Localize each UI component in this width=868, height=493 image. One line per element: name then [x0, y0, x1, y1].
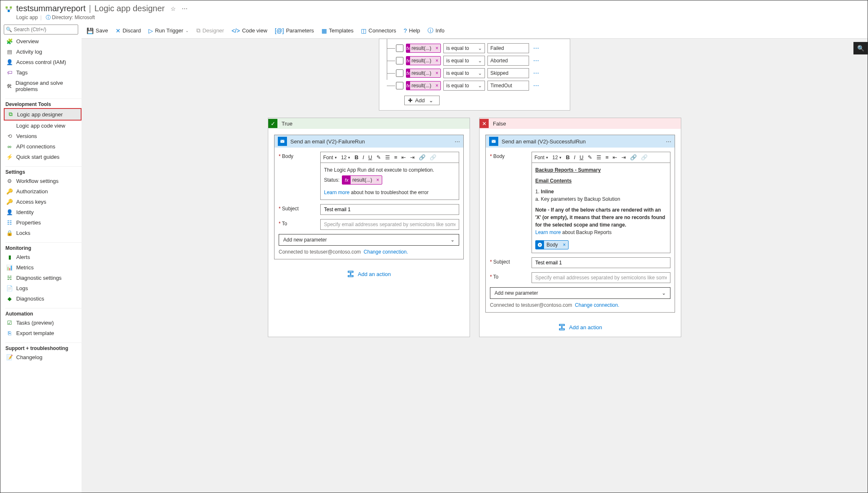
sidebar-item[interactable]: 📄Logs — [4, 283, 82, 293]
add-action-button[interactable]: Add an action — [274, 270, 464, 278]
token-remove-icon[interactable]: × — [433, 58, 441, 64]
token-remove-icon[interactable]: × — [560, 241, 568, 249]
expression-token[interactable]: fxresult(...)× — [406, 56, 441, 65]
italic-icon[interactable]: I — [363, 154, 364, 160]
sidebar-item[interactable]: Logic app code view — [4, 121, 82, 131]
expression-token[interactable]: fxresult(...)× — [406, 81, 441, 90]
favorite-star-icon[interactable]: ☆ — [171, 5, 176, 12]
run-trigger-button[interactable]: ▷Run Trigger⌄ — [148, 27, 189, 34]
sidebar-item[interactable]: 🔑Access keys — [4, 197, 82, 207]
sidebar-item[interactable]: ⎘Export template — [4, 328, 82, 338]
codeview-button[interactable]: </>Code view — [232, 27, 267, 34]
token-remove-icon[interactable]: × — [433, 45, 441, 51]
sidebar-item[interactable]: ▤Activity log — [4, 47, 82, 57]
underline-icon[interactable]: U — [579, 154, 583, 160]
sidebar-item[interactable]: ☑Tasks (preview) — [4, 318, 82, 328]
row-more-icon[interactable]: ⋯ — [532, 70, 541, 76]
bold-icon[interactable]: B — [566, 154, 569, 160]
font-select[interactable]: Font — [323, 155, 337, 160]
change-connection-link[interactable]: Change connection. — [575, 302, 619, 308]
sidebar-item[interactable]: 🔒Locks — [4, 228, 82, 238]
learn-more-link[interactable]: Learn more — [324, 190, 349, 195]
sidebar-item[interactable]: 🧩Overview — [4, 36, 82, 47]
size-select[interactable]: 12 — [341, 155, 350, 160]
indent-icon[interactable]: ⇥ — [621, 154, 626, 160]
connectors-button[interactable]: ◫Connectors — [361, 27, 396, 34]
row-checkbox[interactable] — [396, 82, 403, 89]
sidebar-item[interactable]: 🔑Authorization — [4, 186, 82, 197]
expression-token[interactable]: fxresult(...)× — [406, 69, 441, 78]
numbers-icon[interactable]: ≡ — [606, 154, 609, 160]
bold-icon[interactable]: B — [354, 154, 358, 160]
outdent-icon[interactable]: ⇤ — [613, 154, 617, 160]
sidebar-item[interactable]: 👤Access control (IAM) — [4, 57, 82, 67]
sidebar-item[interactable]: ⚡Quick start guides — [4, 152, 82, 162]
bullets-icon[interactable]: ☰ — [385, 154, 390, 160]
link-icon[interactable]: 🔗 — [630, 154, 637, 160]
to-input[interactable] — [320, 219, 459, 230]
row-checkbox[interactable] — [396, 69, 403, 77]
link-icon[interactable]: 🔗 — [419, 154, 425, 160]
add-action-button[interactable]: Add an action — [485, 323, 675, 331]
font-select[interactable]: Font — [534, 155, 548, 160]
rte-toolbar[interactable]: Font 12 B I U ✎ ☰ ≡ — [532, 152, 670, 163]
value-input[interactable]: Failed — [487, 43, 529, 53]
underline-icon[interactable]: U — [368, 154, 372, 160]
header-more-icon[interactable]: ⋯ — [182, 5, 188, 12]
change-connection-link[interactable]: Change connection. — [364, 249, 408, 255]
operator-select[interactable]: is equal to — [443, 68, 485, 78]
sidebar-item[interactable]: ⧉Logic app designer — [4, 108, 82, 121]
action-more-icon[interactable]: ⋯ — [666, 138, 671, 145]
search-input[interactable]: 🔍 — [4, 25, 78, 35]
sidebar-item[interactable]: ▮Alerts — [4, 252, 82, 262]
sidebar-item[interactable]: ☵Diagnostic settings — [4, 273, 82, 283]
save-button[interactable]: 💾Save — [87, 27, 108, 34]
row-checkbox[interactable] — [396, 44, 403, 52]
bullets-icon[interactable]: ☰ — [596, 154, 601, 160]
subject-input[interactable] — [532, 257, 670, 268]
sidebar-item[interactable]: ∞API connections — [4, 141, 82, 152]
sidebar-item[interactable]: 📊Metrics — [4, 262, 82, 273]
numbers-icon[interactable]: ≡ — [394, 154, 398, 160]
info-button[interactable]: ⓘInfo — [428, 27, 445, 35]
add-parameter-dropdown[interactable]: Add new parameter⌄ — [279, 234, 459, 246]
zoom-button[interactable]: 🔍 — [853, 42, 868, 54]
rte-body[interactable]: The Logic App Run did not execute to com… — [320, 163, 459, 200]
operator-select[interactable]: is equal to — [443, 43, 485, 53]
templates-button[interactable]: ▦Templates — [321, 27, 354, 34]
value-input[interactable]: TimedOut — [487, 81, 529, 91]
sidebar-item[interactable]: ⚙Workflow settings — [4, 176, 82, 186]
action-more-icon[interactable]: ⋯ — [455, 138, 460, 145]
highlight-icon[interactable]: ✎ — [588, 154, 592, 160]
operator-select[interactable]: is equal to — [443, 56, 485, 66]
add-parameter-dropdown[interactable]: Add new parameter⌄ — [490, 287, 670, 299]
add-condition-button[interactable]: ✚Add — [404, 96, 440, 105]
sidebar-item[interactable]: 🏷Tags — [4, 67, 82, 78]
size-select[interactable]: 12 — [552, 155, 561, 160]
sidebar-item[interactable]: ⟲Versions — [4, 131, 82, 141]
token-remove-icon[interactable]: × — [374, 176, 382, 184]
token-remove-icon[interactable]: × — [433, 83, 441, 89]
unlink-icon[interactable]: 🔗 — [430, 154, 436, 160]
subject-input[interactable] — [320, 204, 459, 215]
value-input[interactable]: Aborted — [487, 56, 529, 66]
rte-toolbar[interactable]: Font 12 B I U ✎ ☰ ≡ — [320, 152, 459, 163]
sidebar-item[interactable]: 👤Identity — [4, 207, 82, 217]
parameters-button[interactable]: [@]Parameters — [275, 27, 314, 34]
help-button[interactable]: ?Help — [404, 27, 420, 34]
to-input[interactable] — [532, 272, 670, 283]
operator-select[interactable]: is equal to — [443, 81, 485, 91]
value-input[interactable]: Skipped — [487, 68, 529, 78]
unlink-icon[interactable]: 🔗 — [641, 154, 648, 160]
designer-button[interactable]: ⧉Designer — [196, 27, 224, 34]
rte-body[interactable]: Backup Reports - Summary Email Contents … — [532, 163, 670, 253]
row-more-icon[interactable]: ⋯ — [532, 82, 541, 89]
discard-button[interactable]: ✕Discard — [116, 27, 141, 34]
italic-icon[interactable]: I — [574, 154, 576, 160]
indent-icon[interactable]: ⇥ — [410, 154, 415, 160]
row-more-icon[interactable]: ⋯ — [532, 57, 541, 64]
sidebar-item[interactable]: 🛠Diagnose and solve problems — [4, 78, 82, 94]
sidebar-item[interactable]: ◆Diagnostics — [4, 293, 82, 304]
sidebar-item[interactable]: ☷Properties — [4, 217, 82, 228]
highlight-icon[interactable]: ✎ — [376, 154, 381, 160]
